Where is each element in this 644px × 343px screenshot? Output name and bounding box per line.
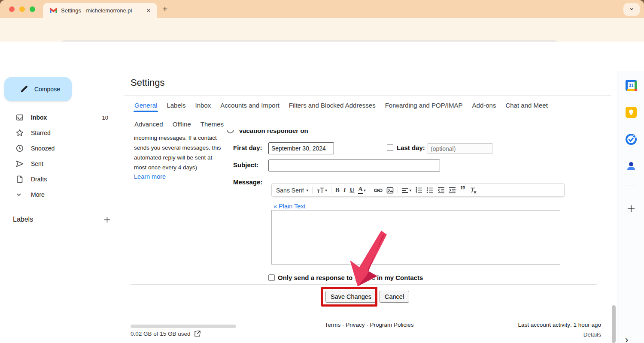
- settings-main-area: Settings General Labels Inbox Accounts a…: [125, 71, 611, 343]
- message-body-textarea[interactable]: [271, 210, 560, 265]
- tab-inbox[interactable]: Inbox: [195, 102, 211, 109]
- chevron-down-icon: ▾: [410, 188, 412, 193]
- show-side-panel-chevron-icon[interactable]: ›: [625, 334, 628, 343]
- contacts-only-checkbox[interactable]: [268, 274, 275, 281]
- tab-chat-and-meet[interactable]: Chat and Meet: [505, 102, 547, 109]
- message-label: Message:: [233, 178, 262, 186]
- quote-icon[interactable]: ”: [460, 187, 465, 193]
- sidebar-item-label: Inbox: [31, 114, 102, 121]
- footer-policy-links[interactable]: Terms · Privacy · Program Policies: [320, 322, 419, 328]
- cancel-button[interactable]: Cancel: [380, 291, 409, 303]
- tab-search-button[interactable]: ⌄: [623, 3, 640, 16]
- vacation-responder-on-radio[interactable]: [227, 130, 234, 133]
- contacts-icon[interactable]: [625, 160, 637, 172]
- inbox-icon: [15, 113, 24, 122]
- tasks-icon[interactable]: [625, 133, 637, 145]
- toolbar-divider: [312, 187, 313, 194]
- storage-usage: 0.02 GB of 15 GB used: [131, 331, 200, 337]
- sidebar-item-inbox[interactable]: Inbox 10: [0, 110, 121, 125]
- macos-close-button[interactable]: [9, 6, 15, 12]
- draft-file-icon: [15, 175, 24, 184]
- vacation-responder-on-label: Vacation responder on: [239, 130, 308, 134]
- macos-minimize-button[interactable]: [19, 6, 25, 12]
- italic-button[interactable]: I: [343, 187, 346, 194]
- description-line: sends you several messages, this: [134, 143, 221, 153]
- tab-filters-and-blocked-addresses[interactable]: Filters and Blocked Addresses: [289, 102, 376, 109]
- toolbar-divider: [398, 187, 398, 194]
- first-day-input[interactable]: [268, 142, 334, 154]
- tab-forwarding-and-pop-imap[interactable]: Forwarding and POP/IMAP: [385, 102, 463, 109]
- indent-increase-icon[interactable]: [449, 187, 456, 193]
- chevron-down-icon: [15, 191, 24, 198]
- compose-label: Compose: [34, 86, 60, 93]
- sidebar-item-label: Drafts: [31, 176, 121, 183]
- get-add-ons-plus-icon[interactable]: [625, 203, 637, 214]
- storage-quota-bar: [131, 325, 236, 328]
- last-account-activity: Last account activity: 1 hour ago: [518, 322, 601, 328]
- last-day-input[interactable]: [428, 143, 492, 154]
- star-icon: [15, 129, 24, 137]
- insert-link-icon[interactable]: [374, 187, 383, 193]
- gmail-header: Gmail ? M: [0, 42, 644, 71]
- settings-scroll-body: Vacation responder on incoming messages.…: [125, 130, 611, 343]
- tab-labels[interactable]: Labels: [167, 102, 185, 109]
- numbered-list-icon[interactable]: [415, 187, 422, 193]
- sidebar-item-label: Starred: [31, 129, 121, 136]
- chevron-down-icon: ⌄: [629, 4, 635, 12]
- clock-icon: [15, 144, 24, 153]
- tab-themes[interactable]: Themes: [200, 120, 224, 128]
- bold-button[interactable]: B: [335, 187, 340, 194]
- bulleted-list-icon[interactable]: [426, 187, 434, 193]
- tab-add-ons[interactable]: Add-ons: [472, 102, 496, 109]
- sidebar-item-label: Snoozed: [31, 145, 121, 152]
- labels-heading: Labels: [13, 216, 33, 223]
- sidebar-item-label: Sent: [31, 160, 121, 167]
- side-panel-divider: [626, 186, 636, 186]
- external-link-icon[interactable]: [194, 331, 200, 337]
- toolbar-divider: [331, 187, 331, 194]
- align-button[interactable]: ▾: [402, 187, 412, 193]
- toolbar-divider: [370, 187, 370, 194]
- last-day-checkbox[interactable]: [387, 144, 393, 151]
- chevron-down-icon: ▾: [364, 188, 366, 193]
- text-color-button[interactable]: A ▾: [358, 186, 365, 194]
- send-icon: [15, 159, 24, 168]
- sidebar-item-starred[interactable]: Starred: [0, 125, 121, 141]
- font-family-dropdown[interactable]: Sans Serif ▾: [276, 187, 308, 194]
- indent-decrease-icon[interactable]: [437, 187, 445, 193]
- create-label-plus-icon[interactable]: [102, 215, 112, 224]
- details-link[interactable]: Details: [583, 331, 601, 338]
- underline-button[interactable]: U: [350, 187, 355, 194]
- sidebar-item-sent[interactable]: Sent: [0, 156, 121, 172]
- tab-general[interactable]: General: [134, 102, 157, 109]
- learn-more-link[interactable]: Learn more: [134, 173, 166, 180]
- annotation-highlight-rectangle: [321, 287, 377, 307]
- tab-advanced[interactable]: Advanced: [134, 120, 163, 128]
- sidebar-item-more[interactable]: More: [0, 187, 121, 202]
- macos-zoom-button[interactable]: [30, 6, 35, 12]
- calendar-icon[interactable]: 31: [625, 79, 637, 91]
- new-tab-button[interactable]: +: [162, 4, 167, 13]
- settings-tabs-row2: Advanced Offline Themes: [134, 118, 224, 130]
- subject-input[interactable]: [268, 159, 440, 172]
- sidebar-item-drafts[interactable]: Drafts: [0, 172, 121, 187]
- remove-formatting-icon[interactable]: [469, 187, 477, 194]
- annotation-arrow: [341, 229, 391, 289]
- tab-close-icon[interactable]: ×: [146, 7, 151, 14]
- description-line: most once every 4 days): [134, 162, 221, 172]
- sidebar-item-snoozed[interactable]: Snoozed: [0, 141, 121, 156]
- tab-offline[interactable]: Offline: [173, 120, 191, 128]
- browser-toolbar: mail.google.com/mail/u/0/#settings/gener…: [0, 18, 644, 42]
- vertical-scrollbar-thumb[interactable]: [612, 305, 616, 343]
- rich-text-toolbar: Sans Serif ▾ ▾ B I U A ▾: [271, 184, 565, 197]
- browser-tab[interactable]: Settings - michelemorrone.pl ×: [43, 3, 157, 18]
- tab-accounts-and-import[interactable]: Accounts and Import: [220, 102, 279, 109]
- responder-description: incoming messages. If a contact sends yo…: [134, 133, 221, 172]
- keep-notes-icon[interactable]: [625, 106, 637, 118]
- storage-usage-text: 0.02 GB of 15 GB used: [131, 331, 191, 337]
- compose-button[interactable]: Compose: [4, 77, 72, 101]
- plain-text-link[interactable]: « Plain Text: [273, 203, 306, 210]
- insert-image-icon[interactable]: [386, 187, 394, 194]
- font-size-button[interactable]: ▾: [316, 187, 327, 194]
- subject-label: Subject:: [233, 161, 258, 168]
